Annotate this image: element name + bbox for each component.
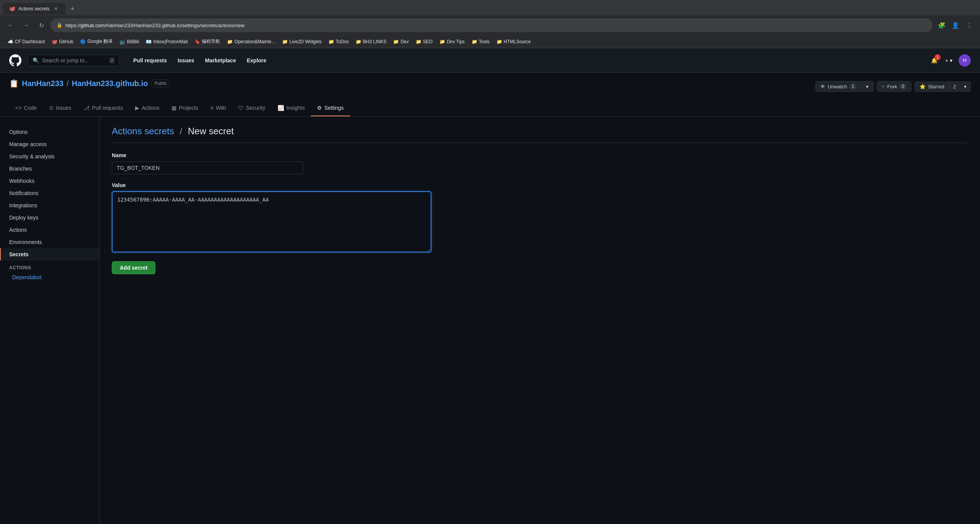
sidebar-item-branches[interactable]: Branches <box>0 163 99 175</box>
security-icon: 🛡 <box>238 105 243 111</box>
bookmark-label: 编程导航 <box>202 38 220 45</box>
bookmark-label: BH3 LINKS <box>363 39 386 44</box>
pr-icon: ⎇ <box>83 105 90 111</box>
tab-favicon: 🐙 <box>9 6 15 12</box>
sidebar-item-security-analysis[interactable]: Security & analysis <box>0 150 99 163</box>
unwatch-dropdown[interactable]: ▾ <box>861 81 874 92</box>
bookmark-seo[interactable]: 📁 SEO <box>413 38 436 46</box>
browser-toolbar: ← → ↻ 🔒 https://github.com/HanHan233/Han… <box>0 15 980 35</box>
bookmark-htmlsource[interactable]: 📁 HTMLSource <box>493 38 534 46</box>
back-button[interactable]: ← <box>5 19 17 31</box>
fork-button[interactable]: ⑂ Fork 0 <box>877 81 911 92</box>
bookmark-icon: 🔵 <box>80 39 86 44</box>
insights-icon: 📈 <box>278 105 284 111</box>
sidebar-item-deploy-keys[interactable]: Deploy keys <box>0 212 99 224</box>
sidebar-item-options[interactable]: Options <box>0 126 99 138</box>
add-secret-button[interactable]: Add secret <box>112 261 155 274</box>
bookmark-icon: 📁 <box>439 39 445 44</box>
name-input[interactable] <box>112 161 303 174</box>
tab-actions-label: Actions <box>142 105 159 111</box>
sidebar-item-secrets[interactable]: Secrets <box>0 248 99 260</box>
tab-pull-requests[interactable]: ⎇ Pull requests <box>77 100 129 116</box>
bookmark-icon: 📁 <box>227 39 233 44</box>
breadcrumb-link[interactable]: Actions secrets <box>112 126 174 136</box>
repo-icon: 📋 <box>9 79 19 88</box>
nav-pull-requests[interactable]: Pull requests <box>129 54 172 67</box>
github-logo[interactable] <box>9 54 21 67</box>
tab-settings-label: Settings <box>324 105 344 111</box>
search-bar[interactable]: 🔍 Search or jump to... / <box>28 55 119 66</box>
create-button[interactable]: + ▾ <box>944 56 954 65</box>
sidebar-item-actions[interactable]: Actions <box>0 224 99 236</box>
sidebar-item-manage-access[interactable]: Manage access <box>0 138 99 150</box>
bookmark-google-translate[interactable]: 🔵 Google 翻译 <box>77 37 116 46</box>
bookmark-icon: 📁 <box>393 39 399 44</box>
tab-actions[interactable]: ▶ Actions <box>129 100 165 116</box>
bookmark-protonmail[interactable]: 📧 Inbox|ProtonMail <box>143 38 191 46</box>
fork-group: ⑂ Fork 0 <box>877 81 911 92</box>
main-content: Options Manage access Security & analysi… <box>0 117 980 524</box>
reload-button[interactable]: ↻ <box>35 19 47 31</box>
sidebar-item-dependabot[interactable]: Dependabot <box>0 272 99 283</box>
github-main-nav: Pull requests Issues Marketplace Explore <box>129 54 271 67</box>
active-tab[interactable]: 🐙 Actions secrets ✕ <box>3 3 65 15</box>
sidebar-deploy-keys-label: Deploy keys <box>9 215 38 221</box>
forward-button[interactable]: → <box>20 19 32 31</box>
bookmark-cf-dashboard[interactable]: ☁️ CF Dashboard <box>5 38 48 46</box>
menu-button[interactable]: ⋮ <box>963 19 975 31</box>
tab-code[interactable]: <> Code <box>9 100 43 116</box>
repo-name-link[interactable]: HanHan233.github.io <box>72 79 148 88</box>
tab-insights-label: Insights <box>286 105 305 111</box>
bookmark-operation[interactable]: 📁 Operation&Mainte... <box>224 38 278 46</box>
bookmark-bh3[interactable]: 📁 BH3 LINKS <box>353 38 389 46</box>
bookmark-tools[interactable]: 📁 Tools <box>469 38 493 46</box>
bookmark-todos[interactable]: 📁 ToDos <box>325 38 352 46</box>
bookmark-live2d[interactable]: 📁 Live2D Widgets <box>279 38 325 46</box>
breadcrumb-current: New secret <box>188 126 234 136</box>
star-count-button[interactable]: 2 <box>949 81 960 92</box>
github-header: 🔍 Search or jump to... / Pull requests I… <box>0 48 980 73</box>
bookmark-github[interactable]: 🐙 GitHub <box>49 38 76 46</box>
sidebar-options-label: Options <box>9 129 28 135</box>
nav-marketplace[interactable]: Marketplace <box>201 54 241 67</box>
bookmark-dev[interactable]: 📁 Dev <box>390 38 412 46</box>
code-icon: <> <box>15 105 21 111</box>
breadcrumb-separator: / <box>180 126 182 136</box>
tab-projects[interactable]: ▦ Projects <box>165 100 204 116</box>
bookmark-bianchen[interactable]: 🔖 编程导航 <box>191 37 223 46</box>
extensions-button[interactable]: 🧩 <box>936 19 948 31</box>
bookmark-icon: 📧 <box>146 39 152 44</box>
tab-security[interactable]: 🛡 Security <box>232 100 271 116</box>
value-textarea[interactable]: 1234567890:AAAAA-AAAA_AA-AAAAAAAAAAAAAAA… <box>112 191 431 252</box>
nav-issues[interactable]: Issues <box>173 54 199 67</box>
repo-actions: 👁 Unwatch 1 ▾ ⑂ Fork 0 ⭐ <box>815 81 971 92</box>
bookmark-icon: 📁 <box>472 39 477 44</box>
sidebar-security-label: Security & analysis <box>9 153 54 159</box>
owner-link[interactable]: HanHan233 <box>22 79 64 88</box>
star-button[interactable]: ⭐ Starred <box>915 81 949 92</box>
sidebar-item-notifications[interactable]: Notifications <box>0 187 99 199</box>
bookmark-label: Google 翻译 <box>87 38 113 45</box>
nav-explore[interactable]: Explore <box>242 54 271 67</box>
tab-insights[interactable]: 📈 Insights <box>271 100 311 116</box>
profile-button[interactable]: 👤 <box>949 19 962 31</box>
sidebar-item-integrations[interactable]: Integrations <box>0 199 99 212</box>
tab-wiki[interactable]: ≡ Wiki <box>204 100 232 116</box>
tab-issues[interactable]: ⊙ Issues <box>43 100 77 116</box>
notifications-button[interactable]: 🔔 1 <box>929 56 939 65</box>
sidebar-manage-access-label: Manage access <box>9 141 47 147</box>
user-avatar[interactable]: H <box>959 54 971 67</box>
tab-close-button[interactable]: ✕ <box>52 5 59 12</box>
bookmark-bilibili[interactable]: 📺 BiliBili <box>116 38 142 46</box>
browser-chrome: 🐙 Actions secrets ✕ + ← → ↻ 🔒 https://gi… <box>0 0 980 48</box>
star-dropdown[interactable]: ▾ <box>960 81 971 92</box>
new-tab-button[interactable]: + <box>67 3 78 14</box>
bookmark-devtips[interactable]: 📁 Dev Tips <box>436 38 468 46</box>
bookmark-label: BiliBili <box>127 39 139 44</box>
unwatch-button[interactable]: 👁 Unwatch 1 <box>815 81 861 92</box>
tab-settings[interactable]: ⚙ Settings <box>311 100 350 116</box>
sidebar-item-environments[interactable]: Environments <box>0 236 99 248</box>
search-slash-shortcut: / <box>109 58 114 63</box>
sidebar-item-webhooks[interactable]: Webhooks <box>0 175 99 187</box>
address-bar[interactable]: 🔒 https://github.com/HanHan233/HanHan233… <box>51 18 933 32</box>
